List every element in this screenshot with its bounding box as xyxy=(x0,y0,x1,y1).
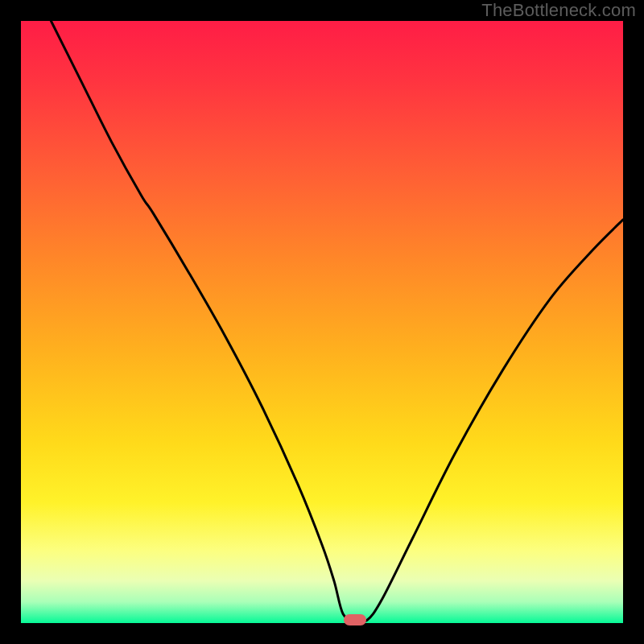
bottleneck-curve xyxy=(21,21,623,623)
chart-frame: TheBottleneck.com xyxy=(0,0,644,644)
optimal-marker xyxy=(344,614,366,625)
plot-area xyxy=(21,21,623,623)
watermark-text: TheBottleneck.com xyxy=(481,0,636,21)
